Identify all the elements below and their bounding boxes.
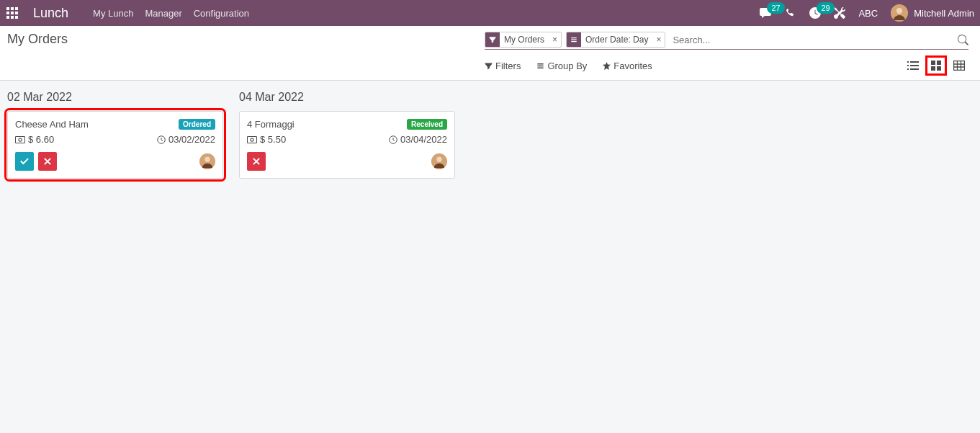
svg-rect-18 (937, 61, 941, 65)
facet-label: My Orders (500, 35, 549, 45)
order-card[interactable]: Cheese And Ham Ordered $ 6.60 03/02/2022 (7, 111, 223, 179)
kanban-view-icon[interactable] (927, 57, 945, 74)
pivot-view-icon[interactable] (950, 57, 968, 74)
control-panel: My Orders My Orders × Order Date: Day × (0, 26, 980, 81)
kanban-column: 02 Mar 2022 Cheese And Ham Ordered $ 6.6… (7, 91, 223, 179)
status-badge: Received (407, 119, 447, 130)
kanban-view: 02 Mar 2022 Cheese And Ham Ordered $ 6.6… (0, 81, 980, 189)
activity-count: 29 (817, 2, 834, 14)
product-name: Cheese And Ham (15, 119, 89, 130)
svg-rect-6 (6, 16, 9, 19)
svg-rect-7 (11, 16, 14, 19)
nav-configuration[interactable]: Configuration (194, 8, 249, 19)
debug-icon[interactable] (834, 7, 845, 19)
clock-icon (157, 135, 166, 144)
facet-label: Order Date: Day (581, 35, 652, 45)
order-date: 03/02/2022 (157, 134, 215, 145)
user-avatar-icon (199, 153, 215, 169)
facet-order-date: Order Date: Day × (566, 32, 665, 48)
favorites-label: Favorites (613, 61, 652, 71)
svg-point-31 (436, 157, 441, 162)
check-icon (20, 158, 29, 165)
activity-icon[interactable]: 29 (809, 7, 821, 19)
svg-point-23 (19, 138, 22, 140)
cancel-button[interactable] (247, 152, 266, 171)
user-avatar-icon (431, 153, 447, 169)
nav-manager[interactable]: Manager (145, 8, 181, 19)
svg-rect-15 (907, 68, 909, 70)
filters-label: Filters (495, 61, 521, 71)
svg-rect-11 (907, 61, 909, 63)
order-card[interactable]: 4 Formaggi Received $ 5.50 03/04/2022 (239, 111, 455, 179)
facet-remove[interactable]: × (652, 35, 665, 45)
price: $ 5.50 (247, 134, 286, 145)
close-icon (44, 158, 51, 165)
search-bar: My Orders × Order Date: Day × (485, 32, 968, 50)
status-badge: Ordered (179, 119, 215, 130)
nav-my-lunch[interactable]: My Lunch (93, 8, 133, 19)
date-value: 03/02/2022 (168, 134, 215, 145)
apps-icon[interactable] (6, 6, 19, 19)
top-navbar: Lunch My Lunch Manager Configuration 27 … (0, 0, 980, 26)
user-name: Mitchell Admin (914, 8, 974, 19)
clock-icon (389, 135, 397, 144)
svg-rect-3 (6, 12, 9, 14)
facet-my-orders: My Orders × (485, 32, 562, 48)
svg-point-10 (896, 8, 902, 14)
svg-rect-12 (910, 61, 919, 63)
price-value: $ 5.50 (260, 134, 286, 145)
svg-rect-19 (931, 66, 935, 71)
user-avatar-icon (891, 4, 908, 22)
list-view-icon[interactable] (904, 57, 922, 74)
page-title: My Orders (7, 32, 68, 47)
money-icon (247, 136, 257, 143)
svg-rect-5 (15, 12, 18, 14)
groupby-button[interactable]: Group By (536, 61, 587, 71)
product-name: 4 Formaggi (247, 119, 295, 130)
price-value: $ 6.60 (28, 134, 54, 145)
view-switcher (904, 57, 968, 74)
svg-rect-8 (15, 16, 18, 19)
svg-rect-27 (247, 136, 256, 143)
facet-remove[interactable]: × (549, 35, 561, 45)
svg-rect-13 (907, 65, 909, 66)
svg-rect-20 (937, 66, 941, 71)
confirm-button[interactable] (15, 152, 34, 171)
chat-count: 27 (767, 2, 784, 14)
kanban-column: 04 Mar 2022 4 Formaggi Received $ 5.50 0… (239, 91, 455, 179)
cancel-button[interactable] (38, 152, 57, 171)
messaging-icon[interactable]: 27 (760, 7, 773, 19)
svg-point-28 (251, 138, 253, 140)
groupby-icon (567, 32, 581, 47)
date-value: 03/04/2022 (400, 134, 447, 145)
price: $ 6.60 (15, 134, 54, 145)
svg-point-26 (204, 157, 210, 162)
svg-rect-4 (11, 12, 14, 14)
search-input[interactable] (670, 33, 958, 47)
svg-rect-2 (15, 7, 18, 10)
order-date: 03/04/2022 (389, 134, 447, 145)
filters-button[interactable]: Filters (485, 61, 521, 71)
company-switcher[interactable]: ABC (858, 8, 878, 19)
column-title: 04 Mar 2022 (239, 91, 455, 104)
svg-rect-16 (910, 68, 919, 70)
svg-rect-21 (954, 61, 965, 71)
nav-right: 27 29 ABC Mitchell Admin (760, 4, 974, 22)
filter-icon (485, 32, 500, 47)
phone-icon[interactable] (786, 8, 796, 19)
column-title: 02 Mar 2022 (7, 91, 223, 104)
svg-rect-22 (15, 136, 24, 143)
brand-title[interactable]: Lunch (33, 6, 68, 21)
svg-rect-14 (910, 65, 919, 66)
favorites-button[interactable]: Favorites (603, 61, 652, 71)
search-icon[interactable] (958, 35, 968, 45)
search-tools: Filters Group By Favorites (485, 57, 968, 74)
svg-rect-0 (6, 7, 9, 10)
user-menu[interactable]: Mitchell Admin (891, 4, 974, 22)
nav-left: Lunch My Lunch Manager Configuration (6, 6, 249, 21)
groupby-label: Group By (547, 61, 587, 71)
svg-rect-1 (11, 7, 14, 10)
close-icon (253, 158, 260, 165)
money-icon (15, 136, 25, 143)
svg-rect-17 (931, 61, 935, 65)
